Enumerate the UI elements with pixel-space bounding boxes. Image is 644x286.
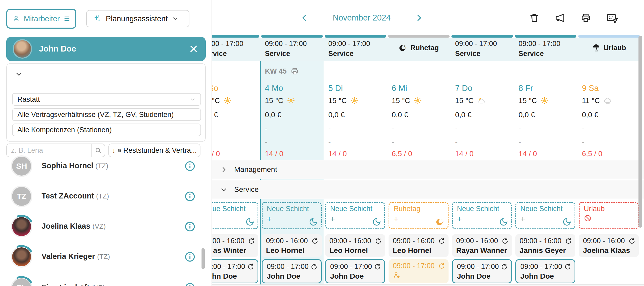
printer-icon[interactable] xyxy=(580,12,591,23)
previous-month-icon[interactable] xyxy=(300,13,309,22)
moon-icon xyxy=(372,217,381,226)
vacation-cell[interactable]: Urlaub xyxy=(579,202,639,229)
calendar-vertical-scrollbar[interactable] xyxy=(638,36,642,228)
employee-name[interactable]: Joelina Klaas(VZ) xyxy=(42,222,106,231)
info-icon[interactable] xyxy=(184,282,196,286)
avatar xyxy=(12,217,31,236)
day-metric-2: - xyxy=(519,137,521,146)
contract-badge: (TZ) xyxy=(97,253,110,261)
column-shift-label: Service xyxy=(265,50,290,58)
column-shift-label: Urlaub xyxy=(603,44,626,52)
shift-cell[interactable]: 09:00 - 16:00 Rayan Wanner xyxy=(452,234,512,257)
plus-icon: + xyxy=(457,214,462,224)
column-status-bar xyxy=(451,35,513,38)
weather-sun-icon xyxy=(287,97,295,105)
day-hours-ratio: 6,5 / 0 xyxy=(392,150,412,158)
day-label: 4 Mo xyxy=(265,84,283,93)
search-icon[interactable] xyxy=(91,144,105,157)
rest-day-cell[interactable]: Ruhetag + zz xyxy=(389,202,449,229)
info-icon[interactable] xyxy=(184,221,196,232)
sort-button-label: Reststunden & Vertra... xyxy=(123,146,197,155)
repeat-icon xyxy=(564,263,571,270)
shift-cell[interactable]: 09:00 - 16:00 Leo Hornel xyxy=(389,234,449,257)
column-shift-label: Service xyxy=(519,50,544,58)
employees-menu-button[interactable]: Mitarbeiter xyxy=(6,9,76,29)
planning-assistant-label: Planungsassistent xyxy=(106,14,168,23)
day-metric-2: - xyxy=(582,137,584,146)
day-hours-ratio: 6,5 / 0 xyxy=(582,150,602,158)
new-shift-cell[interactable]: Neue Schicht + xyxy=(515,202,575,229)
plus-icon: + xyxy=(267,214,272,224)
section-row-management[interactable]: Management xyxy=(198,160,644,179)
shift-cell[interactable]: 09:00 - 16:00 Jannis Geyer xyxy=(515,234,575,257)
section-row-service[interactable]: Service xyxy=(198,180,644,199)
calendar-send-icon[interactable] xyxy=(606,12,618,24)
moon-zzz-icon: zz xyxy=(436,217,445,226)
chevron-right-icon xyxy=(220,166,227,173)
shift-cell[interactable]: 09:00 - 16:00 Leo Hornel xyxy=(262,234,322,257)
repeat-icon xyxy=(438,237,445,245)
week-number: KW 45 xyxy=(265,67,287,75)
plus-icon: + xyxy=(520,214,525,224)
repeat-icon xyxy=(501,237,509,245)
print-week-icon[interactable] xyxy=(290,67,299,75)
info-icon[interactable] xyxy=(184,251,196,263)
competence-filter-select[interactable]: Alle Kompetenzen (Stationen) xyxy=(12,124,201,136)
close-icon[interactable] xyxy=(189,44,198,54)
new-shift-cell[interactable]: Neue Schicht + xyxy=(262,202,322,229)
shift-cell-selected[interactable]: 09:00 - 17:00 John Doe xyxy=(325,259,385,283)
contract-filter-select[interactable]: Alle Vertragsverhältnisse (VZ, TZ, GV, S… xyxy=(12,108,201,121)
day-revenue: 0,0 € xyxy=(582,111,598,119)
shift-cell-selected[interactable]: 09:00 - 17:00 John Doe xyxy=(515,259,575,283)
employees-menu-label: Mitarbeiter xyxy=(24,14,60,23)
avatar xyxy=(12,247,31,266)
collapse-chevron-icon[interactable] xyxy=(15,70,23,78)
day-metric-1: - xyxy=(392,124,394,133)
employee-name[interactable]: Test ZAccount(TZ) xyxy=(42,192,109,200)
day-temperature: 15 °C xyxy=(519,96,537,105)
beach-umbrella-icon xyxy=(592,44,600,52)
sort-by-hours-button[interactable]: ↓ Reststunden & Vertra... xyxy=(108,144,200,157)
panel-scrollbar[interactable] xyxy=(202,248,205,269)
svg-text:z: z xyxy=(405,46,406,48)
new-shift-cell[interactable]: Neue Schicht + xyxy=(452,202,512,229)
employee-name[interactable]: Fina Lienhöft(VZ) xyxy=(42,283,105,286)
contract-badge: (VZ) xyxy=(92,284,105,286)
shift-cell[interactable]: 09:00 - 16:00 Leo Hornel xyxy=(325,234,385,257)
repeat-icon xyxy=(501,263,508,270)
planning-assistant-button[interactable]: Planungsassistent xyxy=(86,10,189,27)
new-shift-cell[interactable]: Neue Schicht + xyxy=(325,202,385,229)
info-icon[interactable] xyxy=(184,160,196,172)
moon-icon xyxy=(309,217,318,226)
contract-badge: (TZ) xyxy=(96,192,109,200)
shift-cell-pending[interactable]: 09:00 - 17:00 xyxy=(389,259,449,283)
column-status-bar xyxy=(578,35,640,38)
day-metric-1: - xyxy=(519,124,521,133)
repeat-icon xyxy=(248,237,255,245)
weather-sun-icon xyxy=(414,97,422,105)
repeat-icon xyxy=(310,263,318,270)
contract-badge: (VZ) xyxy=(92,222,106,230)
section-label: Service xyxy=(234,185,259,194)
employee-name[interactable]: Sophia Hornel(TZ) xyxy=(42,161,108,170)
search-input[interactable] xyxy=(7,146,91,155)
day-metric-1: - xyxy=(265,124,267,133)
info-icon[interactable] xyxy=(184,191,196,202)
location-select[interactable]: Rastatt xyxy=(12,93,201,106)
shift-cell-selected[interactable]: 09:00 - 17:00 John Doe xyxy=(452,259,512,283)
day-temperature: 15 °C xyxy=(265,96,283,105)
next-month-icon[interactable] xyxy=(415,13,424,22)
employee-name[interactable]: Valeria Krieger(TZ) xyxy=(42,252,110,261)
shift-cell[interactable]: 09:00 - 16:00 Joelina Klaas xyxy=(579,234,639,257)
day-revenue: 0,0 € xyxy=(455,111,471,119)
moon-zzz-icon: zz xyxy=(399,44,407,52)
day-temperature: 15 °C xyxy=(328,96,347,105)
shift-cell-selected[interactable]: 09:00 - 17:00 John Doe xyxy=(262,259,322,283)
repeat-icon xyxy=(565,237,572,245)
day-label: 6 Mi xyxy=(392,84,407,93)
clipboard-clock-icon xyxy=(118,147,121,154)
day-metric-2: - xyxy=(328,137,331,146)
trash-icon[interactable] xyxy=(529,12,540,23)
repeat-icon xyxy=(311,237,319,245)
megaphone-icon[interactable] xyxy=(555,12,566,23)
